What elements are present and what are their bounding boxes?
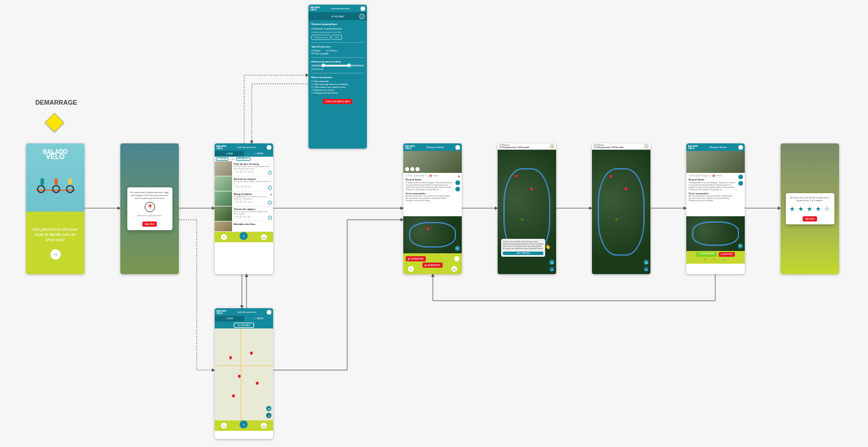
heart-icon[interactable]: ♡: [270, 178, 272, 181]
list-item[interactable]: Étang de SaletteL'étang possède un circu…: [215, 191, 273, 206]
nav-list-icon[interactable]: ≡: [221, 423, 227, 428]
stop-button[interactable]: ■ STOPPER: [719, 252, 735, 257]
geoloc-consent: Autoriser la géolocalisation: [131, 215, 169, 217]
nav-list-icon[interactable]: ≡: [221, 234, 227, 240]
heart-icon[interactable]: ♡: [270, 162, 272, 166]
see-results-button[interactable]: VOIR LES RÉSULTATS: [323, 99, 352, 104]
avatar-icon[interactable]: [267, 145, 271, 150]
rating-validate-button[interactable]: VALIDER: [803, 216, 817, 221]
section-criteria: Repos du parcours: [311, 76, 364, 79]
action-icon[interactable]: [738, 175, 743, 179]
go-icon[interactable]: →: [268, 216, 272, 220]
nav-bike-icon[interactable]: [454, 256, 459, 261]
action-icon[interactable]: [738, 181, 743, 186]
nav-bike-icon[interactable]: 🚲: [261, 423, 267, 428]
lock-icon[interactable]: 🔒: [644, 144, 649, 149]
logo-bottom: VÉLO: [46, 153, 65, 161]
nav-list-icon[interactable]: ≡: [704, 258, 709, 263]
filters-title: ⚙ FILTRES: [332, 15, 344, 18]
heart-icon[interactable]: ♡: [270, 208, 272, 211]
avatar-icon[interactable]: [738, 145, 743, 150]
list-item[interactable]: Bord du lac chapuisLe long de la piste c…: [215, 176, 273, 191]
avatar-icon[interactable]: [267, 310, 271, 315]
map-pin-icon[interactable]: [255, 381, 259, 385]
map-pin-icon[interactable]: [237, 374, 241, 378]
filters-button[interactable]: ⚙ FILTRES: [234, 323, 254, 328]
search-fab[interactable]: 🔍: [738, 243, 743, 249]
resume-button[interactable]: ⟳ REPRENDRE: [696, 252, 717, 257]
filters-button[interactable]: ⚙ FILTRES: [216, 157, 229, 161]
download-icon[interactable]: [455, 187, 460, 191]
nav-bike-icon[interactable]: 🚲: [451, 266, 457, 272]
nav-list-icon[interactable]: ≡: [408, 266, 414, 272]
end-map[interactable]: 🔍: [686, 216, 745, 251]
list-item[interactable]: Chemin des aiglonsAvec les arbres de la …: [215, 206, 273, 221]
search-fab[interactable]: 🔍: [455, 246, 460, 251]
geoloc-validate-button[interactable]: VALIDER: [142, 221, 157, 227]
share-icon[interactable]: [455, 180, 460, 185]
section-distance: Distance de parcours (km):: [311, 60, 364, 63]
locate-fab[interactable]: ⊕: [549, 260, 554, 265]
map-pin-icon: [624, 187, 627, 190]
route-stats: ⊙ 3 km ⌚ 35 mn ⛰ 0 ▲ ⛔ Chemin: [406, 175, 459, 177]
locate-fab[interactable]: ⊕: [643, 260, 649, 265]
photo-thumb[interactable]: [405, 167, 409, 171]
screen-detail: BALADOVÉLO Étang de Salette ⊙ 3 km ⌚ 35 …: [403, 143, 462, 274]
nav-locate-icon[interactable]: ⌖: [240, 420, 248, 428]
start-label: DEMARRAGE: [35, 99, 77, 106]
header-title: Étang de Salette: [426, 146, 444, 149]
location-pin-icon: 📍: [146, 204, 153, 210]
tab-list[interactable]: ≡ LISTE: [215, 316, 244, 322]
tab-map[interactable]: ⬚ CARTE: [244, 316, 274, 322]
start-button-overlay[interactable]: ▶ DEMARRER: [422, 263, 443, 268]
lock-icon[interactable]: 🔒: [550, 144, 554, 149]
go-icon[interactable]: →: [268, 201, 272, 205]
road-map[interactable]: ⊕ ⊖: [215, 328, 273, 420]
header-logo: BALADOVÉLO: [216, 145, 226, 150]
header-logo: BALADOVÉLO: [216, 310, 226, 315]
zoom-fab[interactable]: ⊖: [549, 267, 554, 272]
go-icon[interactable]: →: [268, 171, 272, 175]
type-piste-checkbox[interactable]: ☑: [311, 52, 314, 55]
go-icon[interactable]: →: [268, 186, 272, 190]
understood-button[interactable]: J'AI COMPRIS: [503, 252, 543, 255]
zoom-fab[interactable]: ⊖: [643, 267, 649, 272]
start-button[interactable]: ▶ DEMARRER: [406, 256, 426, 261]
nav-locate-icon[interactable]: ⌖: [713, 258, 718, 263]
zoom-fab[interactable]: ⊖: [266, 413, 271, 418]
map-pin-icon[interactable]: [229, 356, 233, 360]
tab-list[interactable]: ≡ LISTE: [215, 151, 244, 157]
ville-input[interactable]: Ville: [332, 35, 342, 40]
map-pin-icon[interactable]: [231, 394, 236, 398]
nav-bike-icon[interactable]: 🚲: [723, 258, 727, 263]
locate-fab[interactable]: ⊕: [266, 406, 271, 411]
list-item[interactable]: Piste du parc du bourgPetit tour du parc…: [215, 161, 273, 176]
star-rating[interactable]: ★ ★ ★ ★ ☆: [789, 205, 832, 213]
map-pin-icon[interactable]: [249, 351, 253, 355]
geoloc-checkbox[interactable]: ☑: [311, 27, 314, 30]
geoloc-message: En autorisant la géolocalisation, l'app …: [131, 191, 169, 200]
dept-input[interactable]: Département: [311, 35, 330, 40]
list-item[interactable]: Belvédère des Bras: [215, 221, 273, 232]
avatar-icon[interactable]: [455, 145, 460, 150]
heart-icon[interactable]: ♥: [270, 193, 272, 196]
detail-map[interactable]: 🔍: [403, 216, 462, 253]
nav-locate-icon[interactable]: ⌖: [240, 232, 248, 240]
next-arrow-button[interactable]: →: [50, 249, 61, 260]
route-stats: ⊙ 3 km ⌚ 35 mn ⛰ 0 ▲ ⛔ Chemin: [689, 175, 742, 177]
avatar-icon[interactable]: [361, 6, 365, 11]
photo-thumb[interactable]: [415, 167, 420, 171]
photo-thumb[interactable]: [410, 167, 414, 171]
sort-dropdown[interactable]: PROXIMITÉ ▾: [236, 157, 251, 161]
distance-label: ⊙ Distance3,1 km parcourus / 6,9 km tota…: [594, 144, 623, 149]
nav-bike-icon[interactable]: 🚲: [261, 234, 267, 240]
heart-icon[interactable]: ♥: [458, 175, 460, 178]
nav-map[interactable]: L'écran est verrouillé sur la carte pour…: [498, 150, 556, 274]
crit-checkbox[interactable]: ☐: [311, 91, 314, 94]
distance-slider[interactable]: [311, 65, 364, 67]
nav-map[interactable]: ⊕ ⊖: [592, 150, 650, 274]
close-icon[interactable]: ✕: [359, 14, 365, 19]
map-pin-icon: [530, 187, 533, 190]
tab-map[interactable]: ⬚ CARTE: [244, 151, 274, 157]
section-type: Type de parcours: [311, 45, 364, 48]
